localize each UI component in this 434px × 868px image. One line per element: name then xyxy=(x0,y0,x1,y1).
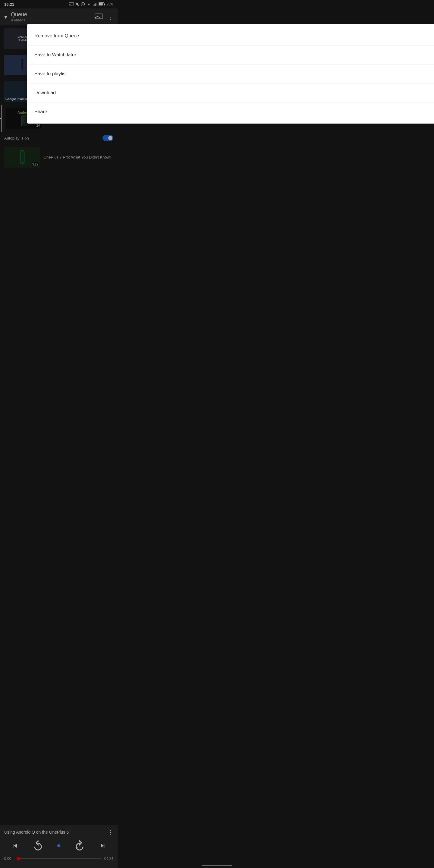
menu-item-remove[interactable]: Remove from Queue xyxy=(27,27,118,45)
menu-item-playlist[interactable]: Save to playlist xyxy=(27,64,118,84)
context-menu: Remove from Queue Save to Watch later Sa… xyxy=(27,24,118,124)
menu-item-download[interactable]: Download xyxy=(27,84,118,102)
menu-item-share[interactable]: Share xyxy=(27,102,118,121)
menu-item-watchlater[interactable]: Save to Watch later xyxy=(27,45,118,64)
